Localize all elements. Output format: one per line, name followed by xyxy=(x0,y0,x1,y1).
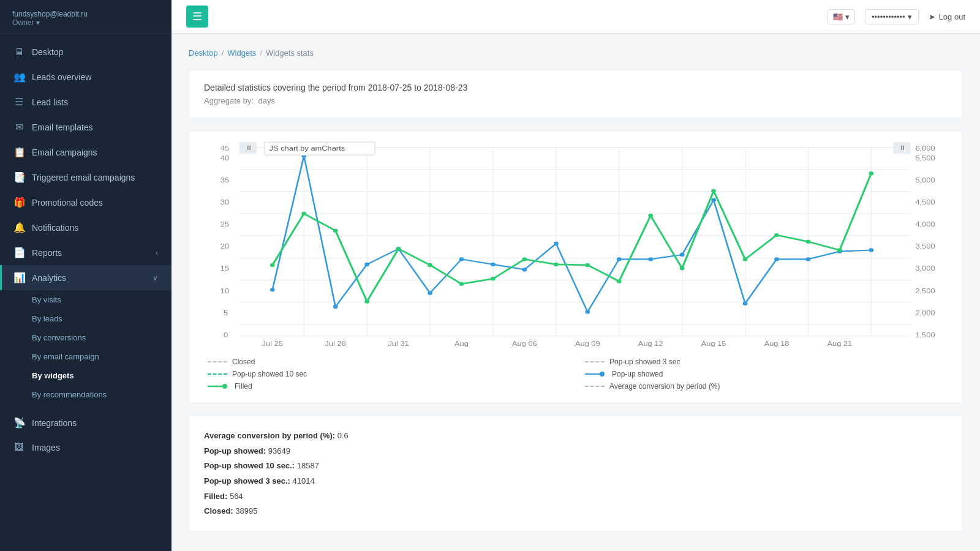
sidebar-item-label: Leads overview xyxy=(32,72,91,82)
legend-filled: Filled xyxy=(208,382,567,391)
svg-text:2,000: 2,000 xyxy=(915,309,935,317)
svg-point-83 xyxy=(680,266,685,270)
email-campaigns-icon: 📋 xyxy=(13,146,24,158)
legend-avg-conversion: Average conversion by period (%) xyxy=(585,382,944,391)
svg-text:Aug 12: Aug 12 xyxy=(638,340,663,347)
main-wrapper: ☰ 🇺🇸 ▾ •••••••••••• ▾ ➤ Log out Desktop … xyxy=(172,0,980,551)
svg-text:10: 10 xyxy=(221,287,230,294)
triggered-icon: 📑 xyxy=(13,171,24,183)
sidebar-item-label: Notifications xyxy=(32,223,78,233)
stat-closed: Closed: 38995 xyxy=(204,504,948,519)
svg-point-73 xyxy=(364,299,369,303)
sidebar-item-label: Analytics xyxy=(32,273,66,283)
lead-lists-icon: ☰ xyxy=(13,96,24,108)
svg-text:20: 20 xyxy=(221,242,230,250)
breadcrumb-widgets-stats: Widgets stats xyxy=(266,48,314,58)
svg-text:Aug 06: Aug 06 xyxy=(512,340,537,347)
svg-point-55 xyxy=(428,291,432,294)
legend-closed: Closed xyxy=(208,358,567,366)
sidebar-item-label: Promotional codes xyxy=(32,198,103,208)
svg-text:Aug 15: Aug 15 xyxy=(701,340,726,347)
svg-text:0: 0 xyxy=(224,331,228,339)
logout-label: Log out xyxy=(939,12,965,21)
sidebar-item-triggered-email-campaigns[interactable]: 📑 Triggered email campaigns xyxy=(0,165,172,190)
notifications-icon: 🔔 xyxy=(13,222,24,233)
topbar-right: 🇺🇸 ▾ •••••••••••• ▾ ➤ Log out xyxy=(827,9,965,24)
svg-point-86 xyxy=(774,233,779,237)
svg-point-78 xyxy=(522,257,527,261)
svg-point-87 xyxy=(806,240,811,244)
sidebar: fundsyshop@leadbit.ru Owner ▾ 🖥 Desktop … xyxy=(0,0,172,551)
sidebar-item-label: Images xyxy=(32,443,60,452)
analytics-icon: 📊 xyxy=(13,272,24,283)
svg-point-69 xyxy=(869,248,874,252)
topbar-left: ☰ xyxy=(186,6,208,28)
language-selector[interactable]: 🇺🇸 ▾ xyxy=(827,9,855,24)
svg-text:25: 25 xyxy=(221,220,230,228)
sidebar-item-lead-lists[interactable]: ☰ Lead lists xyxy=(0,89,172,114)
svg-text:Aug 09: Aug 09 xyxy=(575,340,600,347)
sidebar-item-by-widgets[interactable]: By widgets xyxy=(0,366,172,385)
svg-point-71 xyxy=(301,212,306,216)
stat-avg-conversion: Average conversion by period (%): 0.6 xyxy=(204,429,948,444)
svg-point-72 xyxy=(333,228,338,232)
sidebar-item-label: Integrations xyxy=(32,418,77,428)
sidebar-item-images[interactable]: 🖼 Images xyxy=(0,435,172,460)
svg-text:Aug: Aug xyxy=(454,340,469,347)
hamburger-button[interactable]: ☰ xyxy=(186,6,208,28)
user-role[interactable]: Owner ▾ xyxy=(12,18,159,27)
email-templates-icon: ✉ xyxy=(13,121,24,133)
svg-point-65 xyxy=(743,301,748,305)
svg-text:45: 45 xyxy=(221,144,230,152)
user-menu-button[interactable]: •••••••••••• ▾ xyxy=(865,9,919,24)
svg-point-84 xyxy=(711,189,716,193)
svg-text:4,500: 4,500 xyxy=(915,198,935,206)
flag-icon: 🇺🇸 xyxy=(833,12,843,21)
sidebar-item-by-recommendations[interactable]: By recommendations xyxy=(0,385,172,404)
svg-text:Jul 28: Jul 28 xyxy=(325,340,347,347)
breadcrumb-sep-2: / xyxy=(260,48,262,58)
sidebar-item-notifications[interactable]: 🔔 Notifications xyxy=(0,215,172,240)
content-area: Desktop / Widgets / Widgets stats Detail… xyxy=(172,34,980,551)
svg-point-66 xyxy=(774,257,779,261)
sidebar-item-by-leads[interactable]: By leads xyxy=(0,309,172,328)
sidebar-item-leads-overview[interactable]: 👥 Leads overview xyxy=(0,64,172,89)
legend-popup-10sec: Pop-up showed 10 sec xyxy=(208,370,567,378)
svg-text:Aug 21: Aug 21 xyxy=(827,340,853,347)
username-label: •••••••••••• xyxy=(872,12,905,21)
sidebar-item-label: Desktop xyxy=(32,47,63,57)
svg-point-76 xyxy=(459,282,464,286)
sidebar-item-integrations[interactable]: 📡 Integrations xyxy=(0,410,172,435)
sidebar-item-email-templates[interactable]: ✉ Email templates xyxy=(0,114,172,140)
svg-text:35: 35 xyxy=(221,176,230,184)
sidebar-item-reports[interactable]: 📄 Reports ‹ xyxy=(0,240,172,265)
logout-button[interactable]: ➤ Log out xyxy=(929,12,965,21)
svg-text:3,000: 3,000 xyxy=(915,265,935,272)
svg-point-56 xyxy=(459,257,464,261)
logout-icon: ➤ xyxy=(929,12,935,21)
sidebar-item-label: Reports xyxy=(32,248,62,258)
svg-point-89 xyxy=(869,171,874,175)
info-aggregate: Aggregate by: days xyxy=(204,96,948,105)
svg-point-61 xyxy=(617,257,622,261)
svg-text:⏸: ⏸ xyxy=(245,144,253,151)
legend-avg-label: Average conversion by period (%) xyxy=(609,382,720,391)
sidebar-item-by-email-campaign[interactable]: By email campaign xyxy=(0,347,172,366)
sidebar-item-analytics[interactable]: 📊 Analytics ∨ xyxy=(0,265,172,290)
svg-text:Aug 18: Aug 18 xyxy=(764,340,790,347)
sidebar-item-promotional-codes[interactable]: 🎁 Promotional codes xyxy=(0,190,172,215)
sidebar-item-by-visits[interactable]: By visits xyxy=(0,290,172,309)
svg-point-60 xyxy=(585,310,590,313)
sidebar-item-email-campaigns[interactable]: 📋 Email campaigns xyxy=(0,140,172,165)
sidebar-item-label: Email campaigns xyxy=(32,148,97,157)
svg-text:3,500: 3,500 xyxy=(915,242,935,250)
breadcrumb-widgets[interactable]: Widgets xyxy=(227,48,256,58)
sidebar-item-by-conversions[interactable]: By conversions xyxy=(0,328,172,347)
sidebar-item-label: Lead lists xyxy=(32,97,68,107)
sidebar-item-desktop[interactable]: 🖥 Desktop xyxy=(0,40,172,64)
integrations-icon: 📡 xyxy=(13,417,24,429)
svg-point-59 xyxy=(554,242,559,246)
svg-point-58 xyxy=(522,268,527,271)
breadcrumb-desktop[interactable]: Desktop xyxy=(189,48,218,58)
chart-card: .grid-line { stroke: #e8edf2; stroke-wid… xyxy=(189,130,963,403)
